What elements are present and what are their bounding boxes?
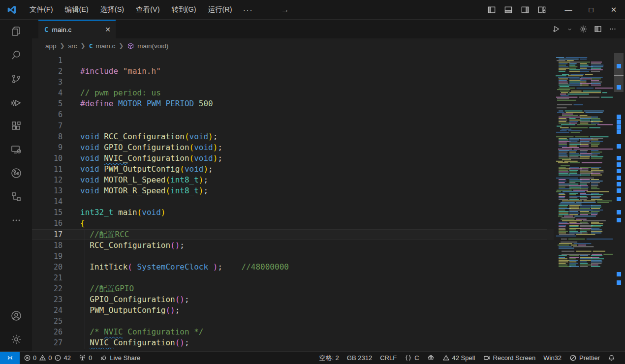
code-line-27[interactable]: 27 NVIC_Configuration(); — [32, 337, 554, 348]
code-line-11[interactable]: 11void PWM_OutputConfig(void); — [32, 164, 554, 175]
overview-info-mark — [617, 115, 621, 119]
code-text: NVIC_Configuration(); — [80, 337, 189, 348]
activity-source-control[interactable] — [0, 67, 32, 91]
activity-hierarchy[interactable] — [0, 185, 32, 209]
breadcrumb-item-main-c[interactable]: Cmain.c — [89, 42, 116, 50]
status-eol[interactable]: CRLF — [376, 352, 401, 364]
braces-icon — [405, 354, 412, 362]
code-line-22[interactable]: 22 //配置GPIO — [32, 283, 554, 294]
layout-customize-icon[interactable] — [533, 3, 550, 17]
split-editor-button[interactable] — [591, 23, 605, 35]
status-count: 42 — [63, 354, 70, 362]
menu-item-0[interactable]: 文件(F) — [24, 3, 59, 16]
code-line-18[interactable]: 18 RCC_Configuration(); — [32, 240, 554, 251]
activity-gitlens[interactable] — [0, 161, 32, 185]
run-or-debug-button[interactable] — [549, 23, 563, 35]
close-button[interactable]: ✕ — [602, 0, 625, 20]
radio-tower-icon — [79, 354, 86, 362]
tab-main-c[interactable]: C main.c ✕ — [38, 20, 116, 38]
line-number: 10 — [32, 153, 80, 164]
code-line-17[interactable]: 17 //配置RCC — [32, 229, 554, 240]
code-line-3[interactable]: 3 — [32, 77, 554, 88]
scrollbar[interactable] — [613, 53, 625, 351]
activity-more-views[interactable] — [0, 209, 32, 232]
tab-close-icon[interactable]: ✕ — [105, 26, 111, 33]
activity-settings[interactable] — [0, 328, 32, 351]
code-line-8[interactable]: 8void RCC_Configuration(void); — [32, 131, 554, 142]
status-remote-indicator[interactable] — [0, 352, 20, 364]
breadcrumb-item-app[interactable]: app — [45, 42, 57, 50]
activity-search[interactable] — [0, 43, 32, 67]
code-line-13[interactable]: 13void MOTOR_R_Speed(int8_t); — [32, 185, 554, 196]
navigate-forward-icon[interactable]: → — [281, 5, 289, 15]
editor-settings-button[interactable] — [576, 23, 591, 35]
breadcrumb-item-src[interactable]: src — [68, 42, 77, 50]
minimize-button[interactable]: — — [557, 0, 580, 20]
code-line-15[interactable]: 15int32_t main(void) — [32, 207, 554, 218]
activity-explorer[interactable] — [0, 20, 32, 43]
minimap[interactable] — [554, 53, 613, 351]
bell-icon — [608, 354, 615, 362]
code-line-16[interactable]: 16{ — [32, 218, 554, 229]
code-line-23[interactable]: 23 GPIO_Configuration(); — [32, 294, 554, 305]
code-line-9[interactable]: 9void GPIO_Configuration(void); — [32, 142, 554, 153]
code-line-12[interactable]: 12void MOTOR_L_Speed(int8_t); — [32, 175, 554, 185]
status-copilot[interactable] — [423, 352, 438, 364]
layout-panel-icon[interactable] — [500, 3, 517, 17]
titlebar: 文件(F)编辑(E)选择(S)查看(V)转到(G)运行(R) ··· → —□✕ — [0, 0, 625, 20]
code-line-21[interactable]: 21 — [32, 273, 554, 283]
line-number: 24 — [32, 305, 80, 316]
menu-item-5[interactable]: 运行(R) — [202, 3, 238, 16]
menu-overflow[interactable]: ··· — [238, 3, 258, 16]
code-line-19[interactable]: 19 — [32, 251, 554, 262]
code-line-24[interactable]: 24 PWM_OutputConfig(); — [32, 305, 554, 316]
code-line-10[interactable]: 10void NVIC_Configuration(void); — [32, 153, 554, 164]
line-number: 17 — [32, 229, 80, 240]
status-spell-checker[interactable]: 42 Spell — [438, 352, 479, 364]
breadcrumb-item-main-void-[interactable]: main(void) — [127, 42, 168, 50]
status-encoding[interactable]: GB 2312 — [343, 352, 376, 364]
status-indentation[interactable]: 空格: 2 — [315, 352, 343, 364]
code-line-20[interactable]: 20 InitTick( SystemCoreClock ); //480000… — [32, 262, 554, 273]
code-line-5[interactable]: 5#define MOTOR_PWM_PERIOD 500 — [32, 98, 554, 109]
status-label: GB 2312 — [347, 354, 372, 362]
status-problems[interactable]: 0042 — [20, 352, 75, 364]
status-ports[interactable]: 0 — [75, 352, 96, 364]
menu-item-3[interactable]: 查看(V) — [130, 3, 165, 16]
status-record-screen[interactable]: Record Screen — [479, 352, 540, 364]
line-number: 27 — [32, 337, 80, 348]
menu-item-4[interactable]: 转到(G) — [166, 3, 202, 16]
activity-extensions[interactable] — [0, 114, 32, 138]
more-actions-button[interactable] — [605, 23, 620, 35]
ellipsis-icon — [608, 25, 617, 33]
status-platform[interactable]: Win32 — [539, 352, 565, 364]
warning-triangle-icon — [39, 354, 46, 362]
status-language-mode[interactable]: C — [401, 352, 423, 364]
status-live-share[interactable]: Live Share — [96, 352, 144, 364]
editor[interactable]: 12#include "main.h"34// pwm period: us5#… — [32, 53, 625, 351]
line-number: 21 — [32, 273, 80, 283]
vscode-logo — [0, 5, 24, 15]
code-line-26[interactable]: 26 /* NVIC Configuration */ — [32, 327, 554, 337]
status-notifications[interactable] — [604, 352, 619, 364]
code-line-7[interactable]: 7 — [32, 121, 554, 131]
code-line-25[interactable]: 25 — [32, 316, 554, 327]
activity-account[interactable] — [0, 304, 32, 328]
activity-run-debug[interactable] — [0, 91, 32, 114]
code-area[interactable]: 12#include "main.h"34// pwm period: us5#… — [32, 53, 554, 351]
layout-sidebar-right-icon[interactable] — [517, 3, 533, 17]
run-dropdown-button[interactable] — [563, 23, 576, 35]
code-line-2[interactable]: 2#include "main.h" — [32, 66, 554, 77]
status-prettier[interactable]: Prettier — [565, 352, 604, 364]
code-line-6[interactable]: 6 — [32, 109, 554, 120]
layout-sidebar-left-icon[interactable] — [483, 3, 500, 17]
menu-item-2[interactable]: 选择(S) — [94, 3, 130, 16]
code-line-1[interactable]: 1 — [32, 55, 554, 66]
activity-remote-explorer[interactable] — [0, 138, 32, 161]
code-line-14[interactable]: 14 — [32, 196, 554, 207]
maximize-button[interactable]: □ — [580, 0, 602, 20]
menu-item-1[interactable]: 编辑(E) — [59, 3, 94, 16]
code-line-4[interactable]: 4// pwm period: us — [32, 88, 554, 98]
line-number: 26 — [32, 327, 80, 337]
activity-bar — [0, 20, 32, 351]
